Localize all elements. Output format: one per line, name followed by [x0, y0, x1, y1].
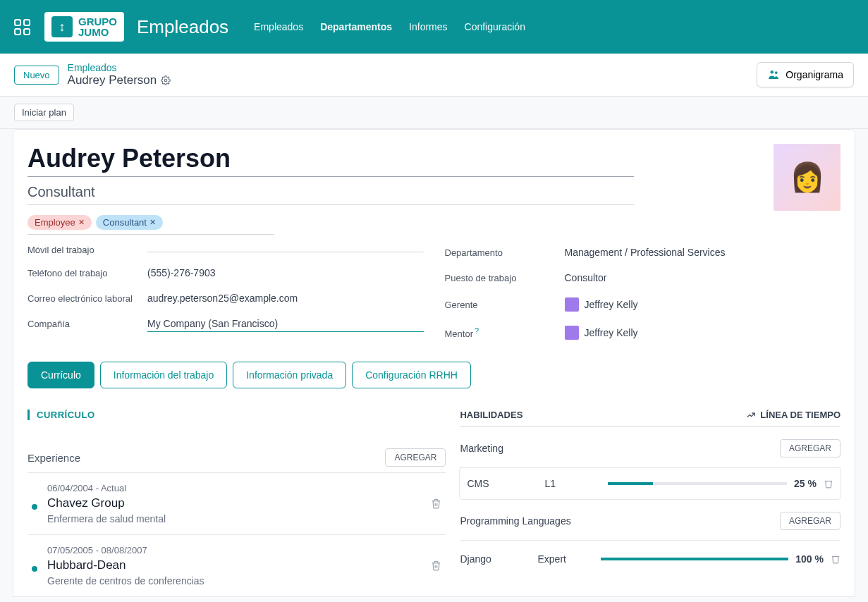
timeline-item[interactable]: 07/05/2005 - 08/08/2007 Hubbard-Dean Ger…: [27, 534, 446, 596]
add-experience-button[interactable]: AGREGAR: [385, 448, 446, 467]
dept-label: Departamento: [445, 247, 565, 258]
manager-input[interactable]: Jeffrey Kelly: [565, 295, 841, 314]
delete-icon[interactable]: [431, 498, 441, 509]
skill-name: Django: [460, 553, 537, 565]
gear-icon[interactable]: [161, 75, 171, 85]
tab-info-privada[interactable]: Información privada: [233, 362, 346, 388]
logo-icon: ↕: [51, 16, 73, 37]
employee-avatar[interactable]: 👩: [774, 144, 841, 211]
timeline-item[interactable]: 06/04/2004 - Actual Chavez Group Enferme…: [27, 472, 446, 534]
logo-text: GRUPO JUMO: [78, 16, 117, 37]
nav-informes[interactable]: Informes: [409, 21, 447, 32]
phone-input[interactable]: (555)-276-7903: [147, 265, 424, 281]
breadcrumb-current: Audrey Peterson: [68, 73, 157, 87]
nav-configuracion[interactable]: Configuración: [465, 21, 525, 32]
skill-level: Expert: [537, 553, 601, 565]
timeline-role: Gerente de centros de conferencias: [47, 575, 421, 586]
resume-section-title: CURRÍCULO: [27, 410, 446, 420]
dept-input[interactable]: Management / Professional Services: [565, 245, 841, 260]
job-input[interactable]: Consultor: [565, 270, 841, 285]
add-skill-button[interactable]: AGREGAR: [780, 512, 841, 530]
svg-point-0: [164, 79, 167, 82]
mobile-input[interactable]: [147, 247, 424, 252]
timeline-dot-icon: [32, 566, 37, 572]
skill-category: Programming Languages AGREGAR: [460, 499, 841, 541]
nav-links: Empleados Departamentos Informes Configu…: [254, 21, 525, 32]
avatar-icon: [565, 297, 579, 312]
tag-remove-icon[interactable]: ✕: [78, 218, 85, 227]
mobile-label: Móvil del trabajo: [27, 245, 147, 255]
svg-point-1: [771, 70, 774, 74]
chart-line-icon: [746, 410, 756, 420]
employee-name[interactable]: Audrey Peterson: [27, 144, 634, 177]
phone-label: Teléfono del trabajo: [27, 268, 147, 278]
breadcrumb-parent[interactable]: Empleados: [68, 62, 171, 73]
help-icon[interactable]: ?: [475, 326, 479, 335]
app-title: Empleados: [137, 16, 228, 38]
skill-pct: 100 %: [795, 553, 824, 565]
progress-bar[interactable]: [608, 482, 787, 485]
experience-title: Experience: [27, 452, 80, 464]
timeline-date: 07/05/2005 - 08/08/2007: [47, 545, 421, 555]
nav-empleados[interactable]: Empleados: [254, 21, 303, 32]
company-input[interactable]: My Company (San Francisco): [147, 316, 424, 332]
company-label: Compañía: [27, 319, 147, 329]
employee-role[interactable]: Consultant: [27, 184, 634, 205]
skill-name: CMS: [467, 478, 544, 489]
skills-header-left: HABILIDADES: [460, 410, 522, 420]
tag-employee: Employee✕: [27, 215, 92, 230]
skill-row[interactable]: Django Expert 100 %: [460, 541, 841, 575]
timeline-company: Chavez Group: [47, 496, 421, 510]
add-skill-button[interactable]: AGREGAR: [780, 439, 841, 457]
delete-icon[interactable]: [831, 554, 841, 564]
tag-remove-icon[interactable]: ✕: [149, 218, 156, 227]
manager-label: Gerente: [445, 300, 565, 310]
svg-point-2: [775, 71, 778, 74]
mentor-input[interactable]: Jeffrey Kelly: [565, 324, 841, 342]
job-label: Puesto de trabajo: [445, 273, 565, 283]
skill-category-name: Marketing: [460, 443, 537, 454]
delete-icon[interactable]: [431, 560, 441, 571]
timeline-company: Hubbard-Dean: [47, 558, 421, 572]
tab-info-trabajo[interactable]: Información del trabajo: [100, 362, 227, 388]
skill-level: L1: [544, 478, 608, 489]
tab-config-rrhh[interactable]: Configuración RRHH: [352, 362, 471, 388]
progress-bar[interactable]: [601, 558, 788, 560]
start-plan-button[interactable]: Iniciar plan: [14, 104, 74, 121]
timeline-date: 06/04/2004 - Actual: [47, 483, 421, 493]
email-input[interactable]: audrey.peterson25@example.com: [147, 290, 424, 306]
skill-pct: 25 %: [794, 478, 817, 489]
mentor-label: Mentor?: [445, 326, 565, 339]
tag-consultant: Consultant✕: [96, 215, 163, 230]
org-icon: [767, 68, 780, 81]
org-chart-label: Organigrama: [786, 69, 843, 80]
new-button[interactable]: Nuevo: [14, 66, 59, 85]
org-chart-button[interactable]: Organigrama: [757, 62, 854, 87]
delete-icon[interactable]: [824, 479, 833, 489]
logo[interactable]: ↕ GRUPO JUMO: [44, 12, 124, 42]
skill-category: Marketing AGREGAR: [460, 426, 841, 468]
apps-icon[interactable]: [14, 19, 30, 35]
breadcrumb: Empleados Audrey Peterson: [68, 62, 171, 87]
tab-curriculo[interactable]: Currículo: [27, 362, 94, 388]
timeline-role: Enfermera de salud mental: [47, 513, 421, 524]
timeline-dot-icon: [32, 504, 37, 510]
email-label: Correo electrónico laboral: [27, 293, 147, 304]
skill-category-name: Programming Languages: [460, 515, 780, 527]
nav-departamentos[interactable]: Departamentos: [320, 21, 392, 32]
skills-timeline-button[interactable]: LÍNEA DE TIEMPO: [746, 410, 841, 420]
avatar-icon: [565, 326, 579, 340]
skill-row[interactable]: CMS L1 25 %: [460, 468, 841, 499]
tags-row[interactable]: Employee✕ Consultant✕: [27, 215, 274, 235]
